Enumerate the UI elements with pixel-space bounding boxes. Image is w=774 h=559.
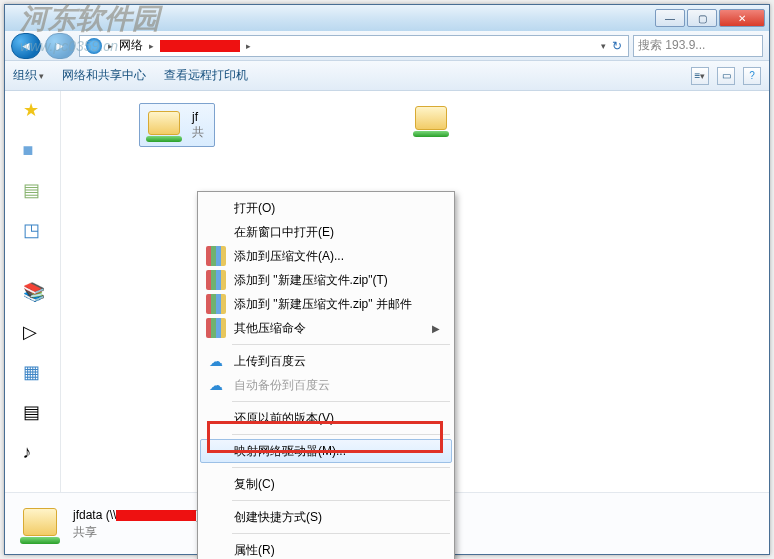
menu-open[interactable]: 打开(O) (200, 196, 452, 220)
network-center-button[interactable]: 网络和共享中心 (62, 67, 146, 84)
pictures-icon[interactable]: ▦ (23, 363, 43, 381)
menu-restore-previous[interactable]: 还原以前的版本(V) (200, 406, 452, 430)
preview-pane-button[interactable]: ▭ (717, 67, 735, 85)
cloud-icon: ☁ (206, 375, 226, 395)
breadcrumb-network[interactable]: 网络 (119, 37, 143, 54)
minimize-button[interactable]: — (655, 9, 685, 27)
archive-icon (206, 270, 226, 290)
chevron-right-icon: ▶ (432, 323, 440, 334)
folder-label: jf (192, 110, 204, 124)
recent-icon[interactable]: ◳ (23, 221, 43, 239)
body-area: ★ ■ ▤ ◳ 📚 ▷ ▦ ▤ ♪ 🖥 🌐 jf 共 (5, 91, 769, 492)
toolbar: 组织 ▾ 网络和共享中心 查看远程打印机 ≡ ▾ ▭ ? (5, 61, 769, 91)
menu-separator (232, 434, 450, 435)
archive-icon (206, 246, 226, 266)
folder-item[interactable] (411, 103, 453, 137)
context-menu: 打开(O) 在新窗口中打开(E) 添加到压缩文件(A)... 添加到 "新建压缩… (197, 191, 455, 559)
details-name: jfdata (\\) (73, 507, 200, 522)
close-button[interactable]: ✕ (719, 9, 765, 27)
refresh-icon[interactable]: ↻ (612, 39, 622, 53)
menu-add-to-zip[interactable]: 添加到 "新建压缩文件.zip"(T) (200, 268, 452, 292)
organize-button[interactable]: 组织 ▾ (13, 67, 44, 84)
search-input[interactable]: 搜索 193.9... (633, 35, 763, 57)
folder-sublabel: 共 (192, 124, 204, 141)
view-options-button[interactable]: ≡ ▾ (691, 67, 709, 85)
favorites-icon[interactable]: ★ (23, 101, 43, 119)
videos-icon[interactable]: ▷ (23, 323, 43, 341)
menu-upload-baidu[interactable]: ☁上传到百度云 (200, 349, 452, 373)
breadcrumb-redacted (160, 40, 240, 52)
menu-separator (232, 500, 450, 501)
menu-add-to-zip-mail[interactable]: 添加到 "新建压缩文件.zip" 并邮件 (200, 292, 452, 316)
menu-open-new-window[interactable]: 在新窗口中打开(E) (200, 220, 452, 244)
chevron-right-icon: ▸ (149, 41, 154, 51)
details-type: 共享 (73, 524, 200, 541)
menu-properties[interactable]: 属性(R) (200, 538, 452, 559)
details-redacted (116, 510, 196, 521)
view-remote-printers-button[interactable]: 查看远程打印机 (164, 67, 248, 84)
chevron-right-icon: ▸ (246, 41, 251, 51)
menu-other-compress[interactable]: 其他压缩命令▶ (200, 316, 452, 340)
chevron-right-icon: ▸ (108, 41, 113, 51)
forward-button[interactable]: ► (45, 33, 75, 59)
downloads-icon[interactable]: ▤ (23, 181, 43, 199)
cloud-icon: ☁ (206, 351, 226, 371)
music-icon[interactable]: ♪ (23, 443, 43, 461)
desktop-icon[interactable]: ■ (23, 141, 43, 159)
documents-icon[interactable]: ▤ (23, 403, 43, 421)
menu-separator (232, 533, 450, 534)
shared-folder-icon (17, 504, 63, 544)
menu-add-to-archive[interactable]: 添加到压缩文件(A)... (200, 244, 452, 268)
archive-icon (206, 318, 226, 338)
menu-separator (232, 467, 450, 468)
breadcrumb[interactable]: ▸ 网络 ▸ ▸ ▾ ↻ (79, 35, 629, 57)
menu-separator (232, 344, 450, 345)
archive-icon (206, 294, 226, 314)
network-icon (86, 38, 102, 54)
menu-create-shortcut[interactable]: 创建快捷方式(S) (200, 505, 452, 529)
back-button[interactable]: ◄ (11, 33, 41, 59)
menu-auto-backup-baidu: ☁自动备份到百度云 (200, 373, 452, 397)
dropdown-icon[interactable]: ▾ (601, 41, 606, 51)
nav-pane: ★ ■ ▤ ◳ 📚 ▷ ▦ ▤ ♪ 🖥 🌐 (5, 91, 61, 492)
content-pane[interactable]: jf 共 打开(O) 在新窗口中打开(E) 添加到压缩文件(A)... 添加到 … (61, 91, 769, 492)
search-placeholder: 搜索 193.9... (638, 37, 705, 54)
menu-copy[interactable]: 复制(C) (200, 472, 452, 496)
menu-map-network-drive[interactable]: 映射网络驱动器(M)... (200, 439, 452, 463)
explorer-window: — ▢ ✕ ◄ ► ▸ 网络 ▸ ▸ ▾ ↻ 搜索 193.9... 组织 ▾ … (4, 4, 770, 555)
address-bar: ◄ ► ▸ 网络 ▸ ▸ ▾ ↻ 搜索 193.9... (5, 31, 769, 61)
shared-folder-icon (144, 108, 186, 142)
help-button[interactable]: ? (743, 67, 761, 85)
folder-item-selected[interactable]: jf 共 (139, 103, 215, 147)
maximize-button[interactable]: ▢ (687, 9, 717, 27)
menu-separator (232, 401, 450, 402)
libraries-icon[interactable]: 📚 (23, 283, 43, 301)
shared-folder-icon (411, 103, 453, 137)
titlebar: — ▢ ✕ (5, 5, 769, 31)
